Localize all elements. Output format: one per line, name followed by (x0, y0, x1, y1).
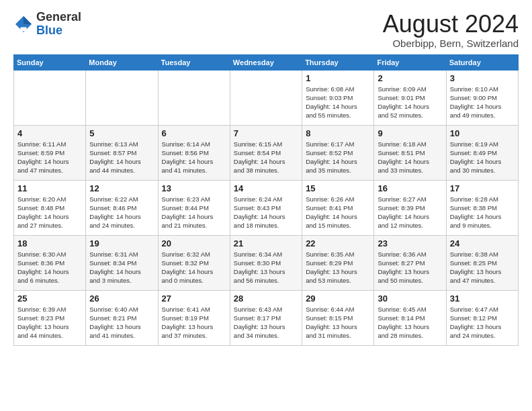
cell-0-0 (14, 70, 86, 125)
logo-general-text: General (36, 10, 81, 24)
day-number: 3 (450, 73, 515, 83)
day-number: 11 (17, 183, 82, 193)
day-number: 28 (234, 293, 298, 304)
cell-2-0: 11Sunrise: 6:20 AMSunset: 8:48 PMDayligh… (14, 180, 86, 235)
calendar-body: 1Sunrise: 6:08 AMSunset: 9:03 PMDaylight… (14, 70, 519, 345)
day-number: 7 (234, 128, 298, 138)
day-info: Sunrise: 6:11 AMSunset: 8:59 PMDaylight:… (17, 140, 82, 175)
day-info: Sunrise: 6:34 AMSunset: 8:30 PMDaylight:… (234, 250, 298, 285)
day-info: Sunrise: 6:38 AMSunset: 8:25 PMDaylight:… (450, 250, 515, 285)
day-info: Sunrise: 6:24 AMSunset: 8:43 PMDaylight:… (234, 195, 298, 230)
day-info: Sunrise: 6:17 AMSunset: 8:52 PMDaylight:… (306, 140, 370, 175)
day-number: 12 (89, 183, 154, 193)
col-wednesday: Wednesday (230, 54, 302, 70)
cell-1-1: 5Sunrise: 6:13 AMSunset: 8:57 PMDaylight… (86, 125, 158, 180)
week-row-4: 25Sunrise: 6:39 AMSunset: 8:23 PMDayligh… (14, 290, 519, 345)
day-number: 4 (17, 128, 82, 138)
cell-2-6: 17Sunrise: 6:28 AMSunset: 8:38 PMDayligh… (446, 180, 518, 235)
cell-4-0: 25Sunrise: 6:39 AMSunset: 8:23 PMDayligh… (14, 290, 86, 345)
cell-0-5: 2Sunrise: 6:09 AMSunset: 9:01 PMDaylight… (374, 70, 446, 125)
day-number: 30 (378, 293, 442, 304)
cell-2-4: 15Sunrise: 6:26 AMSunset: 8:41 PMDayligh… (302, 180, 374, 235)
cell-4-5: 30Sunrise: 6:45 AMSunset: 8:14 PMDayligh… (374, 290, 446, 345)
cell-1-4: 8Sunrise: 6:17 AMSunset: 8:52 PMDaylight… (302, 125, 374, 180)
day-number: 8 (306, 128, 370, 138)
cell-2-5: 16Sunrise: 6:27 AMSunset: 8:39 PMDayligh… (374, 180, 446, 235)
cell-4-1: 26Sunrise: 6:40 AMSunset: 8:21 PMDayligh… (86, 290, 158, 345)
cell-0-4: 1Sunrise: 6:08 AMSunset: 9:03 PMDaylight… (302, 70, 374, 125)
day-info: Sunrise: 6:19 AMSunset: 8:49 PMDaylight:… (450, 140, 515, 175)
day-info: Sunrise: 6:27 AMSunset: 8:39 PMDaylight:… (378, 195, 442, 230)
cell-2-3: 14Sunrise: 6:24 AMSunset: 8:43 PMDayligh… (230, 180, 302, 235)
cell-0-3 (230, 70, 302, 125)
header-row: Sunday Monday Tuesday Wednesday Thursday… (14, 54, 519, 70)
day-number: 21 (234, 238, 298, 248)
cell-4-2: 27Sunrise: 6:41 AMSunset: 8:19 PMDayligh… (158, 290, 230, 345)
day-info: Sunrise: 6:43 AMSunset: 8:17 PMDaylight:… (234, 305, 298, 340)
logo-icon (13, 14, 34, 34)
col-monday: Monday (86, 54, 158, 70)
day-info: Sunrise: 6:40 AMSunset: 8:21 PMDaylight:… (89, 305, 154, 340)
day-number: 15 (306, 183, 370, 193)
cell-2-2: 13Sunrise: 6:23 AMSunset: 8:44 PMDayligh… (158, 180, 230, 235)
day-info: Sunrise: 6:09 AMSunset: 9:01 PMDaylight:… (378, 85, 442, 120)
day-number: 14 (234, 183, 298, 193)
page: General Blue August 2024 Oberbipp, Bern,… (0, 0, 532, 411)
day-number: 9 (378, 128, 442, 138)
day-info: Sunrise: 6:36 AMSunset: 8:27 PMDaylight:… (378, 250, 442, 285)
calendar-header: Sunday Monday Tuesday Wednesday Thursday… (14, 54, 519, 70)
col-saturday: Saturday (446, 54, 518, 70)
day-number: 31 (450, 293, 515, 304)
day-info: Sunrise: 6:23 AMSunset: 8:44 PMDaylight:… (162, 195, 226, 230)
cell-4-4: 29Sunrise: 6:44 AMSunset: 8:15 PMDayligh… (302, 290, 374, 345)
day-info: Sunrise: 6:41 AMSunset: 8:19 PMDaylight:… (162, 305, 226, 340)
day-info: Sunrise: 6:20 AMSunset: 8:48 PMDaylight:… (17, 195, 82, 230)
day-number: 1 (306, 73, 370, 83)
day-info: Sunrise: 6:44 AMSunset: 8:15 PMDaylight:… (306, 305, 370, 340)
day-info: Sunrise: 6:45 AMSunset: 8:14 PMDaylight:… (378, 305, 442, 340)
day-number: 5 (89, 128, 154, 138)
svg-marker-1 (24, 16, 32, 24)
cell-1-3: 7Sunrise: 6:15 AMSunset: 8:54 PMDaylight… (230, 125, 302, 180)
day-number: 19 (89, 238, 154, 248)
day-number: 18 (17, 238, 82, 248)
day-info: Sunrise: 6:22 AMSunset: 8:46 PMDaylight:… (89, 195, 154, 230)
cell-4-6: 31Sunrise: 6:47 AMSunset: 8:12 PMDayligh… (446, 290, 518, 345)
day-number: 24 (450, 238, 515, 248)
svg-rect-2 (21, 27, 27, 31)
day-info: Sunrise: 6:08 AMSunset: 9:03 PMDaylight:… (306, 85, 370, 120)
day-info: Sunrise: 6:30 AMSunset: 8:36 PMDaylight:… (17, 250, 82, 285)
week-row-0: 1Sunrise: 6:08 AMSunset: 9:03 PMDaylight… (14, 70, 519, 125)
day-info: Sunrise: 6:18 AMSunset: 8:51 PMDaylight:… (378, 140, 442, 175)
day-number: 27 (162, 293, 226, 304)
day-info: Sunrise: 6:31 AMSunset: 8:34 PMDaylight:… (89, 250, 154, 285)
col-thursday: Thursday (302, 54, 374, 70)
day-number: 17 (450, 183, 515, 193)
week-row-1: 4Sunrise: 6:11 AMSunset: 8:59 PMDaylight… (14, 125, 519, 180)
col-sunday: Sunday (14, 54, 86, 70)
day-number: 23 (378, 238, 442, 248)
logo: General Blue (13, 11, 81, 38)
col-friday: Friday (374, 54, 446, 70)
col-tuesday: Tuesday (158, 54, 230, 70)
header: General Blue August 2024 Oberbipp, Bern,… (13, 11, 519, 49)
week-row-3: 18Sunrise: 6:30 AMSunset: 8:36 PMDayligh… (14, 235, 519, 290)
day-info: Sunrise: 6:13 AMSunset: 8:57 PMDaylight:… (89, 140, 154, 175)
cell-1-5: 9Sunrise: 6:18 AMSunset: 8:51 PMDaylight… (374, 125, 446, 180)
day-info: Sunrise: 6:39 AMSunset: 8:23 PMDaylight:… (17, 305, 82, 340)
cell-3-2: 20Sunrise: 6:32 AMSunset: 8:32 PMDayligh… (158, 235, 230, 290)
logo-blue-text: Blue (36, 24, 62, 37)
location: Oberbipp, Bern, Switzerland (383, 38, 519, 49)
cell-2-1: 12Sunrise: 6:22 AMSunset: 8:46 PMDayligh… (86, 180, 158, 235)
cell-3-0: 18Sunrise: 6:30 AMSunset: 8:36 PMDayligh… (14, 235, 86, 290)
day-number: 22 (306, 238, 370, 248)
day-info: Sunrise: 6:32 AMSunset: 8:32 PMDaylight:… (162, 250, 226, 285)
day-number: 2 (378, 73, 442, 83)
day-number: 6 (162, 128, 226, 138)
week-row-2: 11Sunrise: 6:20 AMSunset: 8:48 PMDayligh… (14, 180, 519, 235)
cell-0-6: 3Sunrise: 6:10 AMSunset: 9:00 PMDaylight… (446, 70, 518, 125)
cell-1-0: 4Sunrise: 6:11 AMSunset: 8:59 PMDaylight… (14, 125, 86, 180)
day-number: 10 (450, 128, 515, 138)
title-block: August 2024 Oberbipp, Bern, Switzerland (383, 11, 519, 49)
day-number: 16 (378, 183, 442, 193)
